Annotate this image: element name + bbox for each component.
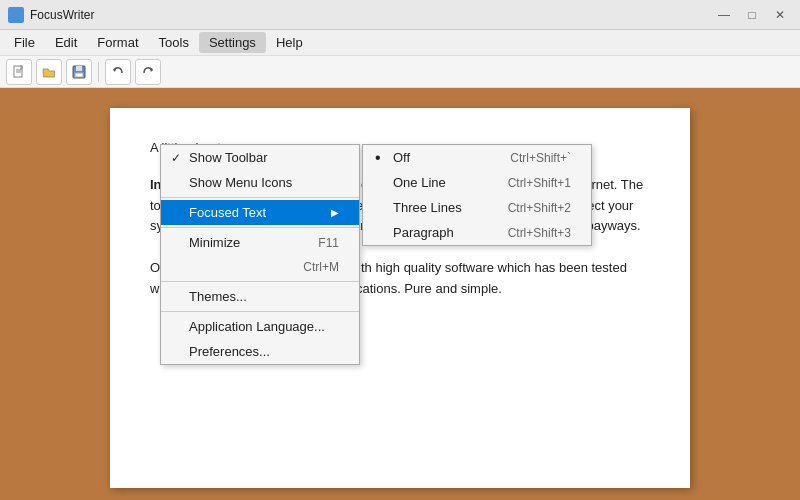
app-language-item[interactable]: Application Language... bbox=[161, 314, 359, 339]
menu-separator2 bbox=[161, 227, 359, 228]
menu-help[interactable]: Help bbox=[266, 32, 313, 53]
redo-button[interactable] bbox=[135, 59, 161, 85]
focused-one-line-label: One Line bbox=[393, 175, 446, 190]
show-menu-icons-item[interactable]: Show Menu Icons bbox=[161, 170, 359, 195]
focused-off-item[interactable]: • Off Ctrl+Shift+` bbox=[363, 145, 591, 170]
menu-separator3 bbox=[161, 281, 359, 282]
menu-separator4 bbox=[161, 311, 359, 312]
preferences-label: Preferences... bbox=[189, 344, 270, 359]
minimize-shortcut: F11 bbox=[318, 236, 339, 250]
minimize-ctrl-shortcut: Ctrl+M bbox=[303, 260, 339, 274]
menu-format[interactable]: Format bbox=[87, 32, 148, 53]
submenu-arrow-icon: ▶ bbox=[331, 207, 339, 218]
menu-settings[interactable]: Settings bbox=[199, 32, 266, 53]
preferences-item[interactable]: Preferences... bbox=[161, 339, 359, 364]
focused-one-line-item[interactable]: One Line Ctrl+Shift+1 bbox=[363, 170, 591, 195]
svg-rect-5 bbox=[75, 73, 83, 77]
checkmark-icon: ✓ bbox=[171, 151, 181, 165]
menu-bar: File Edit Format Tools Settings Help bbox=[0, 30, 800, 56]
show-toolbar-label: Show Toolbar bbox=[189, 150, 268, 165]
focused-off-shortcut: Ctrl+Shift+` bbox=[510, 151, 571, 165]
close-button[interactable]: ✕ bbox=[768, 5, 792, 25]
focused-paragraph-label: Paragraph bbox=[393, 225, 454, 240]
toolbar-separator bbox=[98, 62, 99, 82]
menu-tools[interactable]: Tools bbox=[149, 32, 199, 53]
focused-paragraph-item[interactable]: Paragraph Ctrl+Shift+3 bbox=[363, 220, 591, 245]
main-content: A little about In a word: Lorem ipsum do… bbox=[0, 88, 800, 500]
undo-button[interactable] bbox=[105, 59, 131, 85]
title-bar: FocusWriter — □ ✕ bbox=[0, 0, 800, 30]
focused-three-lines-label: Three Lines bbox=[393, 200, 462, 215]
themes-item[interactable]: Themes... bbox=[161, 284, 359, 309]
open-button[interactable] bbox=[36, 59, 62, 85]
bullet-icon: • bbox=[375, 149, 381, 167]
focused-text-label: Focused Text bbox=[189, 205, 266, 220]
menu-separator1 bbox=[161, 197, 359, 198]
minimize-f11-item[interactable]: Minimize F11 bbox=[161, 230, 359, 255]
focused-text-item[interactable]: Focused Text ▶ bbox=[161, 200, 359, 225]
svg-marker-7 bbox=[150, 68, 153, 72]
minimize-ctrl-item[interactable]: Ctrl+M bbox=[161, 255, 359, 279]
app-icon bbox=[8, 7, 24, 23]
new-button[interactable] bbox=[6, 59, 32, 85]
show-toolbar-item[interactable]: ✓ Show Toolbar bbox=[161, 145, 359, 170]
maximize-button[interactable]: □ bbox=[740, 5, 764, 25]
focused-paragraph-shortcut: Ctrl+Shift+3 bbox=[508, 226, 571, 240]
settings-dropdown: ✓ Show Toolbar Show Menu Icons Focused T… bbox=[160, 144, 360, 365]
svg-rect-4 bbox=[76, 66, 82, 71]
minimize-label: Minimize bbox=[189, 235, 240, 250]
window-controls: — □ ✕ bbox=[712, 5, 792, 25]
title-bar-left: FocusWriter bbox=[8, 7, 94, 23]
show-menu-icons-label: Show Menu Icons bbox=[189, 175, 292, 190]
svg-marker-6 bbox=[113, 68, 116, 72]
save-button[interactable] bbox=[66, 59, 92, 85]
focused-off-label: Off bbox=[393, 150, 410, 165]
focused-text-submenu: • Off Ctrl+Shift+` One Line Ctrl+Shift+1… bbox=[362, 144, 592, 246]
window-title: FocusWriter bbox=[30, 8, 94, 22]
focused-three-lines-item[interactable]: Three Lines Ctrl+Shift+2 bbox=[363, 195, 591, 220]
themes-label: Themes... bbox=[189, 289, 247, 304]
menu-file[interactable]: File bbox=[4, 32, 45, 53]
app-language-label: Application Language... bbox=[189, 319, 325, 334]
toolbar bbox=[0, 56, 800, 88]
minimize-button[interactable]: — bbox=[712, 5, 736, 25]
focused-one-line-shortcut: Ctrl+Shift+1 bbox=[508, 176, 571, 190]
menu-edit[interactable]: Edit bbox=[45, 32, 87, 53]
focused-three-lines-shortcut: Ctrl+Shift+2 bbox=[508, 201, 571, 215]
